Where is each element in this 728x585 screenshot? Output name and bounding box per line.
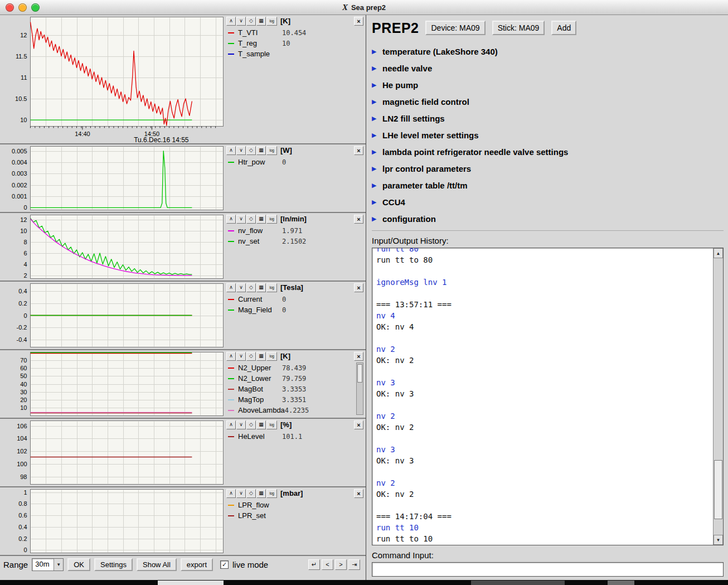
range-select[interactable]: 30m ▼ [32, 558, 64, 571]
zoom-button[interactable]: ◇ [246, 215, 256, 224]
expand-triangle-icon[interactable]: ▶ [372, 148, 377, 156]
legend-item-AboveLambda[interactable]: AboveLambda4.2235 [226, 405, 355, 415]
settings-button[interactable]: Settings [94, 558, 133, 571]
section-lpr-control-parameters[interactable]: ▶lpr control parameters [372, 160, 724, 177]
zoom-button[interactable]: ◇ [246, 420, 256, 429]
plot-area[interactable] [31, 352, 224, 416]
scrollbar-track[interactable] [714, 258, 723, 535]
grid-options-button[interactable]: ▦ [256, 283, 266, 292]
section-temperature-lakeshore-340[interactable]: ▶temperature (LakeShore 340) [372, 43, 724, 60]
stick-button[interactable]: Stick: MA09 [492, 21, 545, 35]
scroll-down-button[interactable]: ∨ [236, 283, 246, 292]
log-scale-button[interactable]: log [266, 420, 277, 429]
scroll-up-button[interactable]: ∧ [226, 215, 236, 224]
scroll-up-button[interactable]: ∧ [226, 352, 236, 361]
scroll-up-button[interactable]: ∧ [226, 17, 236, 26]
expand-triangle-icon[interactable]: ▶ [372, 182, 377, 189]
section-configuration[interactable]: ▶configuration [372, 210, 724, 227]
plot-area[interactable] [31, 147, 224, 210]
step-back-button[interactable]: < [322, 559, 333, 570]
scroll-up-button[interactable]: ▲ [714, 248, 723, 258]
grid-options-button[interactable]: ▦ [256, 352, 266, 361]
close-chart-button[interactable]: × [354, 146, 363, 155]
zoom-button[interactable]: ◇ [246, 283, 256, 292]
section-lambda-point-refrigerator-needle-valve-settings[interactable]: ▶lambda point refrigerator needle valve … [372, 143, 724, 160]
jump-end-button[interactable]: ⇥ [348, 559, 360, 570]
log-scale-button[interactable]: log [266, 283, 277, 292]
log-scale-button[interactable]: log [266, 489, 277, 498]
expand-triangle-icon[interactable]: ▶ [372, 81, 377, 89]
window-titlebar[interactable]: X Sea prep2 [0, 0, 728, 15]
export-button[interactable]: export [181, 558, 213, 571]
step-forward-button[interactable]: > [335, 559, 347, 570]
plot-area[interactable] [31, 17, 224, 127]
scroll-down-button[interactable]: ∨ [236, 420, 246, 429]
scroll-up-button[interactable]: ∧ [226, 146, 236, 155]
expand-triangle-icon[interactable]: ▶ [372, 132, 377, 139]
scrollbar-thumb[interactable] [714, 460, 722, 519]
grid-options-button[interactable]: ▦ [256, 146, 266, 155]
zoom-button[interactable]: ◇ [246, 352, 256, 361]
legend-item-T_sample[interactable]: T_sample [226, 49, 363, 59]
close-chart-button[interactable]: × [354, 283, 363, 292]
legend-item-MagBot[interactable]: MagBot3.3353 [226, 384, 355, 394]
grid-options-button[interactable]: ▦ [256, 489, 266, 498]
log-scale-button[interactable]: log [266, 352, 277, 361]
close-chart-button[interactable]: × [354, 215, 363, 224]
legend-item-T_reg[interactable]: T_reg10 [226, 38, 363, 49]
legend-item-nv_set[interactable]: nv_set2.1502 [226, 236, 363, 246]
zoom-button[interactable]: ◇ [246, 489, 256, 498]
legend-scrollbar[interactable] [356, 362, 363, 415]
log-scale-button[interactable]: log [266, 215, 277, 224]
legend-scrollbar-thumb[interactable] [357, 364, 362, 383]
live-mode-checkbox[interactable]: ✓ [220, 560, 229, 569]
show-all-button[interactable]: Show All [137, 558, 177, 571]
legend-item-Mag_Field[interactable]: Mag_Field0 [226, 304, 363, 315]
scroll-down-button[interactable]: ∨ [236, 17, 246, 26]
expand-triangle-icon[interactable]: ▶ [372, 48, 377, 55]
section-ln2-fill-settings[interactable]: ▶LN2 fill settings [372, 110, 724, 127]
scroll-up-button[interactable]: ∧ [226, 420, 236, 429]
add-button[interactable]: Add [551, 21, 576, 35]
chevron-down-icon[interactable]: ▼ [54, 559, 63, 571]
close-chart-button[interactable]: × [354, 420, 363, 429]
expand-triangle-icon[interactable]: ▶ [372, 215, 377, 223]
expand-triangle-icon[interactable]: ▶ [372, 165, 377, 172]
legend-item-Htr_pow[interactable]: Htr_pow0 [226, 157, 363, 167]
log-scale-button[interactable]: log [266, 17, 277, 26]
scroll-down-button[interactable]: ▼ [714, 535, 723, 545]
plot-area[interactable] [31, 421, 224, 485]
scroll-down-button[interactable]: ∨ [236, 489, 246, 498]
legend-item-N2_Lower[interactable]: N2_Lower79.759 [226, 373, 355, 384]
device-button[interactable]: Device: MA09 [425, 21, 485, 35]
close-chart-button[interactable]: × [354, 352, 363, 361]
zoom-button[interactable]: ◇ [246, 17, 256, 26]
command-input[interactable] [372, 562, 724, 577]
legend-item-MagTop[interactable]: MagTop3.3351 [226, 394, 355, 405]
close-chart-button[interactable]: × [354, 17, 363, 26]
legend-item-Current[interactable]: Current0 [226, 294, 363, 304]
section-parameter-table-tt-tm[interactable]: ▶parameter table /tt/tm [372, 177, 724, 194]
scroll-down-button[interactable]: ∨ [236, 352, 246, 361]
expand-triangle-icon[interactable]: ▶ [372, 115, 377, 122]
ok-button[interactable]: OK [67, 558, 90, 571]
legend-item-nv_flow[interactable]: nv_flow1.971 [226, 225, 363, 236]
section-needle-valve[interactable]: ▶needle valve [372, 60, 724, 76]
scroll-down-button[interactable]: ∨ [236, 215, 246, 224]
expand-triangle-icon[interactable]: ▶ [372, 98, 377, 105]
grid-options-button[interactable]: ▦ [256, 215, 266, 224]
expand-triangle-icon[interactable]: ▶ [372, 65, 377, 72]
section-lhe-level-meter-settings[interactable]: ▶LHe level meter settings [372, 127, 724, 143]
grid-options-button[interactable]: ▦ [256, 17, 266, 26]
legend-item-LPR_set[interactable]: LPR_set [226, 510, 363, 521]
section-magnetic-field-control[interactable]: ▶magnetic field control [372, 93, 724, 110]
zoom-window-button[interactable] [31, 3, 40, 12]
log-scale-button[interactable]: log [266, 146, 277, 155]
close-window-button[interactable] [6, 3, 14, 12]
legend-item-T_VTI[interactable]: T_VTI10.454 [226, 27, 363, 38]
legend-item-HeLevel[interactable]: HeLevel101.1 [226, 431, 363, 442]
scroll-up-button[interactable]: ∧ [226, 489, 236, 498]
scroll-up-button[interactable]: ∧ [226, 283, 236, 292]
scroll-down-button[interactable]: ∨ [236, 146, 246, 155]
legend-item-N2_Upper[interactable]: N2_Upper78.439 [226, 362, 355, 373]
